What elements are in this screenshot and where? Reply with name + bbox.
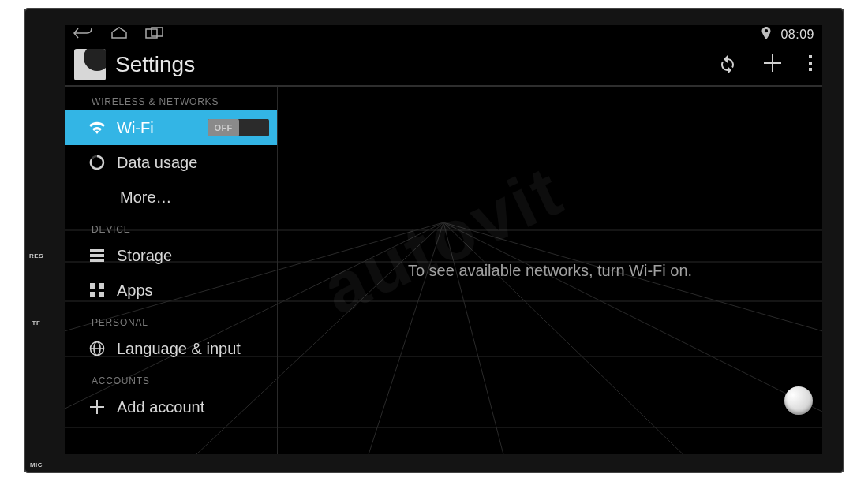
- sidebar-item-label: Language & input: [117, 340, 241, 358]
- svg-rect-15: [809, 55, 812, 58]
- detail-pane: To see available networks, turn Wi-Fi on…: [278, 87, 822, 454]
- svg-rect-24: [99, 292, 104, 297]
- statusbar: 08:09: [65, 25, 822, 44]
- sidebar-item-label: Storage: [117, 247, 172, 265]
- bezel-label-mic: MIC: [24, 461, 49, 468]
- actionbar: Settings: [65, 44, 822, 87]
- settings-app-icon[interactable]: [74, 49, 106, 80]
- sidebar-item-data-usage[interactable]: Data usage: [65, 145, 277, 180]
- svg-rect-23: [90, 292, 95, 297]
- category-wireless: WIRELESS & NETWORKS: [65, 87, 277, 110]
- back-icon[interactable]: [73, 27, 93, 43]
- sidebar-item-language-input[interactable]: Language & input: [65, 331, 277, 366]
- fast-scroll-thumb[interactable]: [784, 386, 813, 415]
- sidebar-item-label: Apps: [117, 282, 153, 300]
- svg-rect-18: [90, 249, 104, 252]
- sidebar-item-label: More…: [120, 188, 172, 207]
- wifi-off-message: To see available networks, turn Wi-Fi on…: [408, 262, 692, 280]
- overflow-menu-icon[interactable]: [808, 54, 813, 75]
- storage-icon: [88, 247, 106, 264]
- svg-rect-21: [90, 283, 95, 289]
- settings-sidebar[interactable]: WIRELESS & NETWORKS Wi-Fi OFF Data usage: [65, 87, 278, 454]
- bezel-label-res: RES: [24, 252, 49, 259]
- plus-icon: [88, 398, 106, 416]
- wifi-toggle-knob: OFF: [208, 119, 239, 136]
- category-personal: PERSONAL: [65, 308, 277, 331]
- add-icon[interactable]: [764, 54, 781, 75]
- svg-rect-19: [90, 254, 104, 257]
- svg-rect-22: [99, 283, 104, 289]
- main-area: WIRELESS & NETWORKS Wi-Fi OFF Data usage: [65, 87, 822, 454]
- sidebar-item-storage[interactable]: Storage: [65, 238, 277, 273]
- svg-rect-16: [809, 62, 812, 65]
- sidebar-item-wifi[interactable]: Wi-Fi OFF: [65, 110, 277, 145]
- sidebar-item-add-account[interactable]: Add account: [65, 390, 277, 424]
- location-icon: [761, 27, 771, 43]
- screen: 08:09 Settings WIRELESS & NETW: [65, 25, 822, 454]
- recents-icon[interactable]: [145, 27, 164, 43]
- device-frame: RES TF MIC: [24, 8, 844, 473]
- wifi-toggle[interactable]: OFF: [208, 119, 269, 136]
- sidebar-item-apps[interactable]: Apps: [65, 273, 277, 308]
- refresh-icon[interactable]: [718, 54, 737, 76]
- wifi-icon: [88, 119, 106, 136]
- svg-rect-20: [90, 259, 104, 262]
- sidebar-item-label: Add account: [117, 398, 204, 416]
- sidebar-item-label: Wi-Fi: [117, 119, 154, 137]
- status-clock: 08:09: [780, 28, 814, 42]
- data-usage-icon: [88, 154, 106, 171]
- bezel-label-tf: TF: [24, 319, 49, 326]
- category-device: DEVICE: [65, 215, 277, 238]
- category-accounts: ACCOUNTS: [65, 366, 277, 390]
- apps-icon: [88, 282, 106, 299]
- language-icon: [88, 340, 106, 357]
- page-title: Settings: [115, 52, 195, 77]
- svg-rect-17: [809, 68, 812, 71]
- home-icon[interactable]: [110, 27, 128, 43]
- sidebar-item-more[interactable]: More…: [65, 180, 277, 215]
- sidebar-item-label: Data usage: [117, 154, 197, 172]
